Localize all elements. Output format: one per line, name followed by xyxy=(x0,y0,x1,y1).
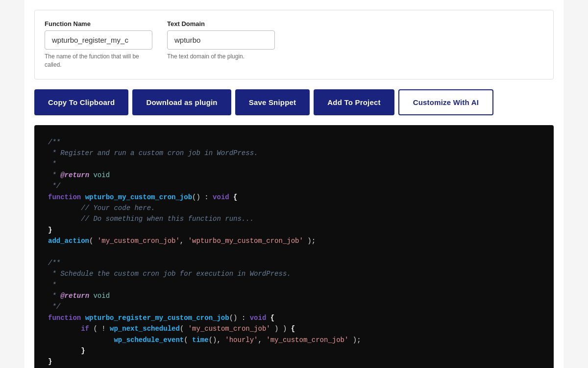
form-section: Function Name The name of the function t… xyxy=(34,10,554,79)
code-editor[interactable]: /** * Register and run a custom cron job… xyxy=(34,125,554,368)
copy-button[interactable]: Copy To Clipboard xyxy=(34,89,128,115)
save-button[interactable]: Save Snippet xyxy=(235,89,310,115)
download-button[interactable]: Download as plugin xyxy=(132,89,231,115)
text-domain-input[interactable] xyxy=(167,30,275,50)
form-row: Function Name The name of the function t… xyxy=(45,20,543,69)
text-domain-label: Text Domain xyxy=(167,20,275,27)
function-name-helper: The name of the function that will be ca… xyxy=(45,53,143,69)
text-domain-helper: The text domain of the plugin. xyxy=(167,53,265,61)
add-button[interactable]: Add To Project xyxy=(314,89,394,115)
function-name-input[interactable] xyxy=(45,30,152,50)
text-domain-field: Text Domain The text domain of the plugi… xyxy=(167,20,275,69)
function-name-field: Function Name The name of the function t… xyxy=(45,20,152,69)
customize-button[interactable]: Customize With AI xyxy=(398,89,493,115)
function-name-label: Function Name xyxy=(45,20,152,27)
code-section: /** * Register and run a custom cron job… xyxy=(34,125,554,368)
button-row: Copy To Clipboard Download as plugin Sav… xyxy=(34,89,554,115)
